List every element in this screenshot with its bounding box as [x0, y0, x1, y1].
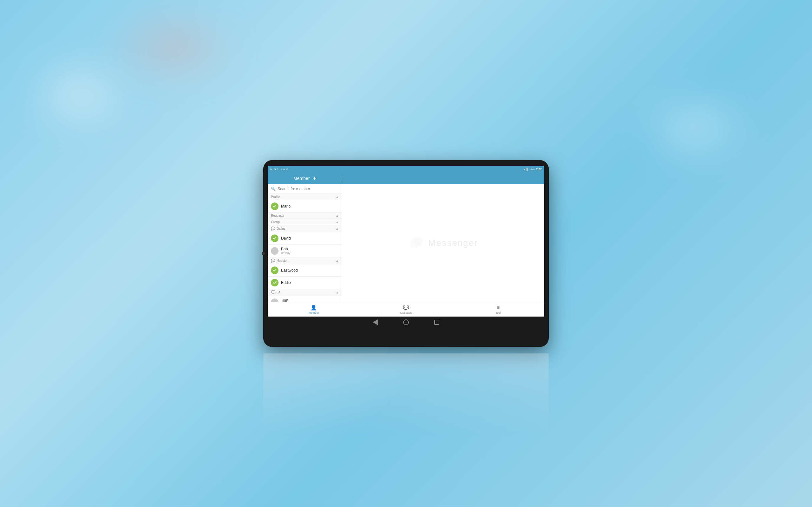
bottom-tabs: 👤 Member 💬 Message ≡ Tool: [268, 302, 544, 317]
member-info-mario: Mario: [281, 204, 339, 209]
houston-chat-icon: 💬: [271, 259, 275, 263]
group-chevron-icon: ▲: [336, 220, 339, 224]
member-item-eddie[interactable]: Eddie: [268, 277, 342, 289]
sidebar: 🔍 Profile ▲: [268, 184, 342, 302]
add-member-button[interactable]: +: [313, 176, 316, 181]
member-status-bob: off day: [281, 251, 339, 255]
main-content: Messenger: [342, 184, 544, 302]
la-chat-icon: 💬: [271, 290, 275, 294]
la-header-left: 💬 LA: [271, 290, 281, 294]
group-section-header[interactable]: Group ▲: [268, 219, 342, 225]
avatar-mario: [271, 203, 278, 210]
member-name-eastwood: Eastwood: [281, 268, 339, 273]
app-title: Member: [293, 176, 310, 181]
houston-group-header[interactable]: 💬 Houston ▲: [268, 257, 342, 264]
avatar-bob: [271, 247, 278, 255]
tablet-device: ✉ ⚙ ↻ ↓ N ⟳ ▲ ▌ 80% 7:52 Member: [263, 160, 549, 347]
la-label: LA: [276, 291, 281, 294]
avatar-eddie: [271, 279, 278, 286]
member-info-tom: Tom I'm on a business trip.: [281, 298, 339, 302]
member-name-eddie: Eddie: [281, 280, 339, 285]
dallas-chevron-icon: ▲: [336, 227, 339, 230]
search-input[interactable]: [277, 187, 339, 191]
app-header: Member +: [268, 173, 544, 184]
member-item-tom[interactable]: Tom I'm on a business trip.: [268, 296, 342, 302]
status-bar-left: ✉ ⚙ ↻ ↓ N ⟳: [270, 168, 289, 171]
houston-chevron-icon: ▲: [336, 259, 339, 262]
message-tab-label: Message: [400, 311, 412, 314]
member-item-bob[interactable]: Bob off day: [268, 245, 342, 257]
header-left: Member +: [268, 176, 342, 181]
requests-chevron-icon: ▲: [336, 214, 339, 217]
tab-message[interactable]: 💬 Message: [360, 302, 452, 317]
app-content: 🔍 Profile ▲: [268, 184, 544, 302]
signal-icon: ▌: [526, 168, 528, 171]
recents-button[interactable]: [434, 320, 439, 325]
search-icon: 🔍: [271, 187, 275, 191]
member-item-eastwood[interactable]: Eastwood: [268, 264, 342, 277]
search-bar: 🔍: [268, 184, 342, 194]
tool-tab-icon: ≡: [497, 305, 500, 311]
tool-tab-label: Tool: [496, 311, 501, 314]
member-item-mario[interactable]: Mario: [268, 200, 342, 213]
requests-label: Requests: [271, 214, 284, 217]
la-group-header[interactable]: 💬 LA ▲: [268, 289, 342, 296]
tablet-screen: ✉ ⚙ ↻ ↓ N ⟳ ▲ ▌ 80% 7:52 Member: [268, 166, 544, 317]
svg-point-1: [414, 237, 423, 246]
back-button[interactable]: [373, 320, 378, 325]
home-button[interactable]: [403, 320, 409, 325]
group-label: Group: [271, 220, 280, 224]
messenger-logo-icon: [409, 235, 424, 251]
member-name-mario: Mario: [281, 204, 339, 209]
dallas-header-left: 💬 Dallas: [271, 227, 286, 231]
status-bar-right: ▲ ▌ 80% 7:52: [523, 168, 542, 171]
wifi-icon: ▲: [523, 168, 525, 171]
tab-member[interactable]: 👤 Member: [268, 302, 360, 317]
battery-level: 80%: [530, 168, 535, 171]
dallas-group-header[interactable]: 💬 Dallas ▲: [268, 225, 342, 232]
member-info-eddie: Eddie: [281, 280, 339, 285]
messenger-logo-text: Messenger: [428, 238, 478, 248]
member-info-eastwood: Eastwood: [281, 268, 339, 273]
messenger-logo: Messenger: [409, 235, 478, 251]
member-info-david: David: [281, 236, 339, 240]
houston-label: Houston: [276, 259, 288, 262]
status-bar: ✉ ⚙ ↻ ↓ N ⟳ ▲ ▌ 80% 7:52: [268, 166, 544, 173]
sync-icon: ↻: [277, 168, 280, 171]
tablet-reflection: [263, 353, 549, 436]
group-chat-icon: 💬: [271, 227, 275, 231]
member-name-bob: Bob: [281, 247, 339, 251]
tab-tool[interactable]: ≡ Tool: [452, 302, 544, 317]
profile-label: Profile: [271, 195, 280, 199]
requests-section-header[interactable]: Requests ▲: [268, 213, 342, 219]
avatar-david: [271, 234, 278, 242]
avatar-tom: [271, 298, 278, 302]
profile-chevron-icon: ▲: [336, 195, 339, 199]
camera-dot: [262, 252, 265, 255]
network-icon: N: [283, 168, 285, 171]
clock: 7:52: [536, 168, 542, 171]
update-icon: ⟳: [287, 168, 289, 171]
member-name-tom: Tom: [281, 298, 339, 302]
member-item-david[interactable]: David: [268, 232, 342, 245]
profile-section-header[interactable]: Profile ▲: [268, 194, 342, 200]
houston-header-left: 💬 Houston: [271, 259, 288, 263]
dallas-label: Dallas: [276, 227, 286, 230]
settings-icon: ⚙: [274, 168, 276, 171]
member-name-david: David: [281, 236, 339, 240]
download-icon: ↓: [281, 168, 282, 171]
member-tab-label: Member: [309, 311, 319, 314]
notification-icon: ✉: [270, 168, 272, 171]
member-tab-icon: 👤: [310, 304, 317, 311]
member-info-bob: Bob off day: [281, 247, 339, 255]
device-nav-bar: [268, 317, 544, 328]
avatar-eastwood: [271, 267, 278, 274]
message-tab-icon: 💬: [403, 304, 409, 311]
la-chevron-icon: ▲: [336, 291, 339, 294]
